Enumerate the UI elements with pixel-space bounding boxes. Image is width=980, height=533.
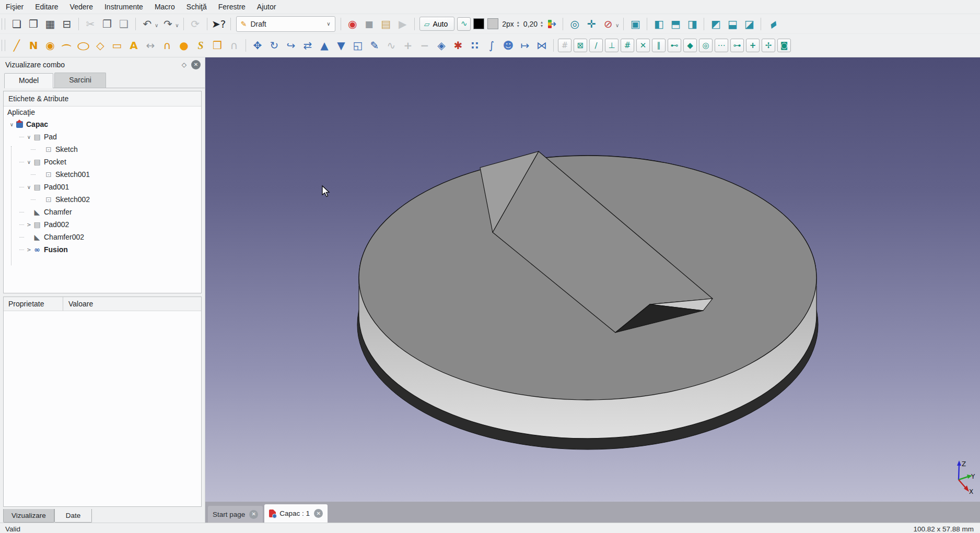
edit-button[interactable]: ✎: [367, 38, 382, 53]
apply-style-button[interactable]: ➜: [545, 17, 559, 31]
draft-point-button[interactable]: ●: [176, 38, 192, 53]
offset-button[interactable]: ↪: [283, 38, 299, 53]
snap-ortho-button[interactable]: ⋯: [715, 39, 728, 52]
snap-center-button[interactable]: ◎: [699, 39, 713, 52]
subelement-highlight-button[interactable]: ✱: [450, 38, 466, 53]
tree-expander-icon[interactable]: ∨: [8, 122, 16, 127]
text-scale-spin[interactable]: 0,20▴▾: [523, 20, 543, 28]
undo-button[interactable]: ↶: [139, 16, 155, 32]
view-front-button[interactable]: ◧: [651, 16, 667, 32]
spinner-arrows-icon[interactable]: ▴▾: [541, 20, 543, 28]
view-right-button[interactable]: ◨: [684, 16, 700, 32]
tree-item-chamfer002[interactable]: ◣Chamfer002: [4, 231, 201, 243]
draw-style-dropdown[interactable]: ∨: [615, 20, 619, 28]
property-column-header[interactable]: Proprietate: [4, 297, 63, 311]
snap-intersection-button[interactable]: +: [746, 39, 760, 52]
downgrade-button[interactable]: ▼: [333, 38, 349, 53]
tree-item-chamfer[interactable]: ◣Chamfer: [4, 206, 201, 218]
draft-arc-button[interactable]: (: [59, 38, 75, 53]
menu-ferestre[interactable]: Ferestre: [213, 1, 251, 13]
fit-all-button[interactable]: ◎: [567, 16, 582, 32]
tab-capac-document[interactable]: Capac : 1✕: [264, 504, 328, 523]
array-button[interactable]: ∷: [467, 38, 483, 53]
new-file-button[interactable]: ❏: [9, 16, 25, 32]
whats-this-button[interactable]: ➤?: [211, 16, 227, 32]
draft-rectangle-button[interactable]: ▭: [109, 38, 125, 53]
tree-item-pocket[interactable]: ∨▤Pocket: [4, 156, 201, 168]
snap-near-button[interactable]: ⊶: [730, 39, 744, 52]
redo-dropdown[interactable]: ∨: [175, 20, 179, 28]
value-column-header[interactable]: Valoare: [63, 300, 93, 308]
upgrade-button[interactable]: ▲: [317, 38, 332, 53]
snap-angle-button[interactable]: ✕: [636, 39, 650, 52]
trimex-button[interactable]: ⇄: [300, 38, 316, 53]
snap-midpoint-button[interactable]: ∕: [589, 39, 603, 52]
tree-expander-icon[interactable]: >: [25, 222, 33, 228]
draft-facebinder-button[interactable]: ❒: [209, 38, 225, 53]
tree-expander-icon[interactable]: ∨: [25, 159, 33, 165]
working-plane-button[interactable]: ▱Auto: [419, 17, 455, 31]
menu-editare[interactable]: Editare: [29, 1, 64, 13]
view-rear-button[interactable]: ◩: [708, 16, 724, 32]
draft-text-button[interactable]: A: [126, 38, 142, 53]
draft-ellipse-button[interactable]: ○: [76, 38, 91, 53]
rotate-button[interactable]: ↻: [266, 38, 282, 53]
clone-button[interactable]: ☻: [500, 38, 516, 53]
toolbar-handle[interactable]: [2, 18, 5, 30]
measure-button[interactable]: ▰: [765, 16, 780, 32]
snap-grid-intersection-button[interactable]: #: [621, 39, 634, 52]
scale-button[interactable]: ◱: [350, 38, 366, 53]
close-tab-icon[interactable]: ✕: [314, 509, 323, 518]
draft-to-sketch-button[interactable]: ↦: [517, 38, 533, 53]
tree-item-sketch002[interactable]: ⊡Sketch002: [4, 193, 201, 206]
float-panel-icon[interactable]: ◇: [182, 62, 186, 68]
toolbar-handle[interactable]: [2, 40, 5, 51]
view-top-button[interactable]: ⬒: [668, 16, 683, 32]
tree-expander-icon[interactable]: ∨: [25, 134, 33, 140]
view-bottom-button[interactable]: ⬓: [725, 16, 740, 32]
tree-item-fusion[interactable]: >∞Fusion: [4, 243, 201, 256]
tree-item-pad002[interactable]: >▤Pad002: [4, 218, 201, 231]
snap-working-plane-button[interactable]: ◙: [777, 39, 791, 52]
tree-item-pad001[interactable]: ∨▤Pad001: [4, 181, 201, 193]
macro-stop-button[interactable]: ◼: [361, 16, 377, 32]
line-color-swatch[interactable]: [473, 18, 484, 29]
menu-ajutor[interactable]: Ajutor: [251, 1, 282, 13]
close-panel-icon[interactable]: ✕: [191, 60, 201, 69]
open-file-button[interactable]: ❒: [26, 16, 41, 32]
menu-schita[interactable]: Schiţă: [181, 1, 213, 13]
redo-button[interactable]: ↷: [160, 16, 176, 32]
tree-expander-icon[interactable]: >: [25, 247, 33, 253]
draft-shapestring-button[interactable]: S: [193, 38, 208, 53]
draft-circle-button[interactable]: ◉: [42, 38, 58, 53]
tree-item-sketch001[interactable]: ⊡Sketch001: [4, 168, 201, 181]
face-color-swatch[interactable]: [487, 18, 498, 29]
menu-vedere[interactable]: Vedere: [64, 1, 99, 13]
tree-expander-icon[interactable]: ∨: [25, 184, 33, 190]
view-left-button[interactable]: ◪: [741, 16, 757, 32]
menu-instrumente[interactable]: Instrumente: [99, 1, 149, 13]
save-button[interactable]: ▦: [42, 16, 58, 32]
fit-selection-button[interactable]: ✛: [584, 16, 599, 32]
draft-wire-button[interactable]: N: [26, 38, 41, 53]
macro-record-button[interactable]: ◉: [345, 16, 360, 32]
snap-lock-button[interactable]: ⊠: [574, 39, 587, 52]
workbench-selector[interactable]: ✎Draft∨: [236, 16, 335, 32]
draft-line-button[interactable]: ╱: [9, 38, 25, 53]
tab-vizualizare[interactable]: Vizualizare: [3, 509, 54, 523]
snap-perpendicular-button[interactable]: ⊥: [605, 39, 619, 52]
draft-dimension-button[interactable]: ↔: [143, 38, 158, 53]
macro-edit-button[interactable]: ▤: [378, 16, 394, 32]
tab-start-page[interactable]: Start page✕: [208, 506, 263, 523]
tab-date[interactable]: Date: [54, 509, 92, 523]
tree-item-capac[interactable]: ∨Capac: [4, 118, 201, 131]
close-tab-icon[interactable]: ✕: [249, 510, 258, 519]
spinner-arrows-icon[interactable]: ▴▾: [517, 20, 519, 28]
snap-parallel-button[interactable]: ∥: [652, 39, 666, 52]
tab-model[interactable]: Model: [4, 73, 53, 88]
view-axonometric-button[interactable]: ▣: [627, 16, 643, 32]
menu-fisier[interactable]: Fişier: [0, 1, 29, 13]
shape-2d-view-button[interactable]: ◈: [434, 38, 449, 53]
tree-item-pad[interactable]: ∨▤Pad: [4, 131, 201, 143]
print-button[interactable]: ⊟: [59, 16, 75, 32]
